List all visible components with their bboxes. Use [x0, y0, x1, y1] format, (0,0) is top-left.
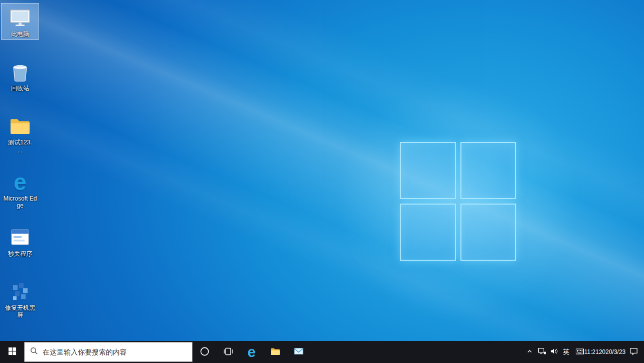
task-view-icon — [223, 346, 233, 358]
windows-logo-wallpaper — [400, 142, 516, 261]
desktop-icon-this-pc[interactable]: 此电脑 — [1, 3, 39, 40]
touch-keyboard-icon — [575, 347, 584, 357]
folder-icon — [8, 114, 32, 138]
wallpaper-light-rays — [0, 0, 644, 341]
desktop-icon-label: Microsoft Edge — [3, 195, 38, 209]
clock-time: 11:21 — [584, 348, 599, 356]
speaker-icon — [550, 347, 558, 357]
desktop-icon-microsoft-edge[interactable]: e Microsoft Edge — [1, 167, 39, 211]
desktop-icon-recycle-bin[interactable]: 回收站 — [1, 57, 39, 94]
windows-logo-pane — [460, 142, 517, 199]
this-pc-icon — [8, 6, 32, 30]
desktop-icon-label: 测试123. — [8, 139, 32, 146]
desktop-icon-label: 回收站 — [11, 85, 29, 92]
volume-button[interactable] — [548, 341, 560, 363]
clock-date: 2020/3/23 — [599, 348, 625, 356]
desktop-icon-fix-black-screen[interactable]: 修复开机黑屏 — [1, 277, 39, 320]
desktop-icon-label: 修复开机黑屏 — [3, 304, 38, 318]
file-explorer-button[interactable] — [263, 341, 287, 363]
taskbar: e — [0, 341, 644, 363]
desktop-wallpaper[interactable]: 此电脑 回收站 测试123. . . — [0, 0, 644, 341]
cortana-circle-icon — [200, 346, 210, 358]
edge-e-glyph: e — [14, 170, 27, 194]
action-center-button[interactable] — [623, 341, 644, 363]
taskbar-clock[interactable]: 11:21 2020/3/23 — [587, 341, 623, 363]
windows-desktop-screen: 此电脑 回收站 测试123. . . — [0, 0, 644, 363]
network-button[interactable] — [536, 341, 548, 363]
search-icon — [30, 347, 38, 357]
mail-icon — [293, 346, 304, 358]
windows-logo-icon — [8, 347, 17, 357]
task-view-button[interactable] — [216, 341, 240, 363]
cortana-button[interactable] — [193, 341, 216, 363]
mail-button[interactable] — [287, 341, 310, 363]
desktop-icon-test-folder[interactable]: 测试123. . . — [1, 111, 39, 156]
ime-language-button[interactable]: 英 — [560, 341, 573, 363]
desktop-icon-label-overflow: . . — [18, 147, 23, 154]
app-window-icon — [8, 225, 32, 249]
windows-logo-pane — [400, 142, 456, 199]
search-input[interactable] — [43, 348, 187, 356]
edge-taskbar-button[interactable]: e — [240, 341, 263, 363]
blue-blocks-icon — [8, 279, 32, 303]
action-center-icon — [629, 346, 638, 357]
desktop-icon-label: 秒关程序 — [8, 250, 32, 257]
windows-logo-pane — [460, 204, 517, 261]
hidden-icons-button[interactable] — [524, 341, 536, 363]
chevron-up-icon — [527, 348, 533, 356]
file-explorer-icon — [270, 346, 281, 358]
ethernet-network-icon — [538, 347, 546, 357]
edge-icon: e — [8, 170, 32, 194]
desktop-icon-quick-close-app[interactable]: 秒关程序 — [1, 223, 39, 259]
desktop-icon-label: 此电脑 — [11, 31, 29, 38]
taskbar-search-box[interactable] — [24, 342, 193, 362]
windows-logo-pane — [400, 204, 456, 261]
start-button[interactable] — [0, 341, 24, 363]
recycle-bin-icon — [8, 60, 32, 84]
system-tray: 英 11:21 2020/3/23 — [524, 341, 644, 363]
edge-icon: e — [247, 345, 255, 359]
